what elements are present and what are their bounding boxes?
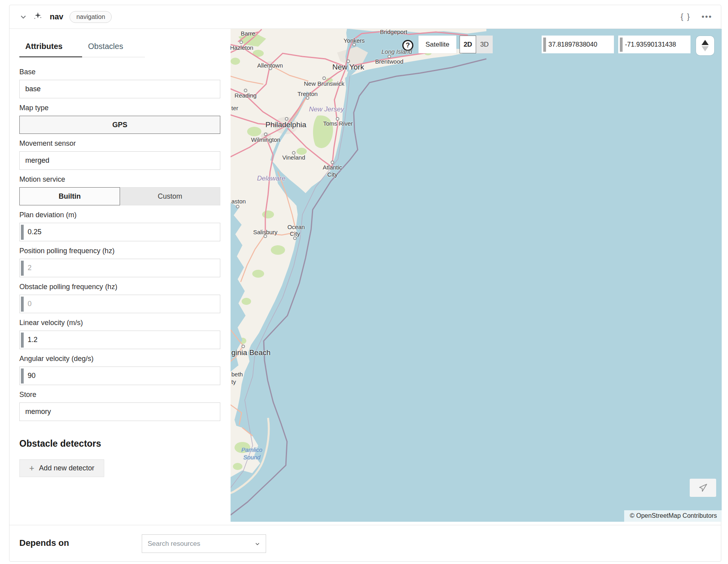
- position-polling-input[interactable]: [24, 259, 220, 277]
- zoom-in-arrow-icon[interactable]: [702, 40, 709, 45]
- city-dot: [306, 96, 310, 100]
- plan-deviation-field: [19, 223, 220, 241]
- linear-velocity-field: [19, 331, 220, 349]
- service-header: nav navigation { } •••: [9, 5, 721, 29]
- store-input[interactable]: [19, 402, 220, 421]
- tab-obstacles[interactable]: Obstacles: [82, 37, 145, 57]
- base-label: Base: [19, 68, 220, 76]
- city-dot: [236, 205, 240, 209]
- angular-velocity-field: [19, 367, 220, 385]
- angular-velocity-input[interactable]: [24, 367, 220, 385]
- depends-on-select[interactable]: Search resources: [142, 534, 266, 553]
- depends-on-section: Depends on Search resources: [9, 525, 721, 562]
- city-dot: [292, 151, 296, 155]
- movement-sensor-label: Movement sensor: [19, 139, 220, 148]
- obstacle-detectors-heading: Obstacle detectors: [19, 438, 220, 449]
- latitude-field: [542, 36, 614, 53]
- chevron-down-icon: [255, 541, 260, 547]
- city-dot: [388, 55, 391, 58]
- map-type-gps-button[interactable]: GPS: [19, 116, 220, 134]
- zoom-out-arrow-icon[interactable]: [702, 46, 709, 51]
- motion-service-custom-option[interactable]: Custom: [120, 187, 220, 205]
- motion-service-label: Motion service: [19, 175, 220, 184]
- position-polling-label: Position polling frequency (hz): [19, 247, 220, 255]
- help-icon[interactable]: ?: [402, 40, 413, 51]
- base-input[interactable]: [19, 80, 220, 98]
- city-dot: [353, 43, 356, 47]
- json-mode-icon[interactable]: { }: [681, 12, 690, 21]
- city-dot: [285, 117, 289, 121]
- map-canvas: [231, 29, 722, 522]
- plus-icon: +: [29, 463, 34, 474]
- add-detector-label: Add new detector: [39, 464, 94, 472]
- view-3d-button[interactable]: 3D: [476, 36, 493, 53]
- number-drag-handle[interactable]: [21, 333, 24, 348]
- navigate-arrow-icon: [698, 483, 708, 493]
- city-dot: [269, 67, 272, 70]
- service-card: nav navigation { } ••• Attributes Obstac…: [9, 5, 721, 562]
- city-dot: [244, 89, 248, 92]
- city-dot: [264, 235, 267, 238]
- number-drag-handle[interactable]: [21, 297, 24, 312]
- config-panel: Attributes Obstacles Base Map type GPS M…: [9, 29, 231, 522]
- zoom-stepper[interactable]: [696, 36, 714, 55]
- overflow-menu-icon[interactable]: •••: [702, 12, 712, 21]
- plan-deviation-input[interactable]: [24, 223, 220, 241]
- panel-tabs: Attributes Obstacles: [19, 37, 220, 57]
- angular-velocity-label: Angular velocity (deg/s): [19, 355, 220, 363]
- city-dot: [323, 77, 326, 80]
- obstacle-polling-label: Obstacle polling frequency (hz): [19, 283, 220, 291]
- satellite-toggle-button[interactable]: Satellite: [418, 36, 456, 53]
- map-type-label: Map type: [19, 104, 220, 112]
- city-dot: [331, 161, 334, 164]
- city-dot: [242, 345, 245, 348]
- collapse-chevron-icon[interactable]: [19, 13, 28, 21]
- view-2d-button[interactable]: 2D: [460, 36, 476, 53]
- position-polling-field: [19, 259, 220, 277]
- movement-sensor-input[interactable]: [19, 151, 220, 170]
- number-drag-handle[interactable]: [21, 225, 24, 240]
- number-drag-handle[interactable]: [620, 38, 623, 52]
- recenter-button[interactable]: [690, 479, 716, 497]
- longitude-input[interactable]: [623, 41, 690, 48]
- add-detector-button[interactable]: + Add new detector: [19, 459, 104, 477]
- navigation-map[interactable]: ? Satellite 2D 3D © OpenStreetMap Contri…: [231, 29, 722, 522]
- store-label: Store: [19, 391, 220, 399]
- motion-service-builtin-option[interactable]: Builtin: [19, 187, 120, 205]
- tab-attributes[interactable]: Attributes: [19, 37, 82, 57]
- obstacle-polling-field: [19, 295, 220, 313]
- number-drag-handle[interactable]: [543, 38, 546, 52]
- linear-velocity-input[interactable]: [24, 331, 220, 349]
- latitude-input[interactable]: [546, 41, 614, 48]
- map-attribution: © OpenStreetMap Contributors: [624, 510, 722, 522]
- longitude-field: [618, 36, 690, 53]
- depends-on-placeholder: Search resources: [148, 540, 255, 548]
- plan-deviation-label: Plan deviation (m): [19, 211, 220, 219]
- city-dot: [336, 117, 340, 121]
- linear-velocity-label: Linear velocity (m/s): [19, 319, 220, 327]
- obstacle-polling-input[interactable]: [24, 295, 220, 313]
- city-dot: [240, 41, 243, 44]
- depends-on-heading: Depends on: [19, 538, 69, 548]
- view-dimension-toggle: 2D 3D: [460, 36, 493, 53]
- number-drag-handle[interactable]: [21, 261, 24, 276]
- navigation-service-icon: [33, 12, 43, 22]
- service-type-badge: navigation: [69, 11, 112, 23]
- city-dot: [293, 237, 297, 240]
- service-title: nav: [50, 12, 63, 21]
- motion-service-segment: Builtin Custom: [19, 187, 220, 205]
- city-dot: [264, 133, 268, 136]
- number-drag-handle[interactable]: [21, 368, 24, 384]
- city-dot: [347, 60, 350, 63]
